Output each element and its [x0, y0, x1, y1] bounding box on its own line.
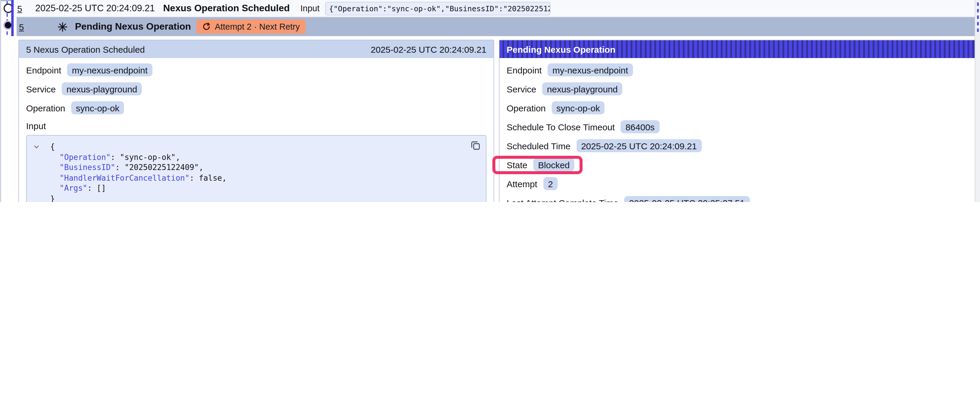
field-content: Last Attempt Complete Time2025-02-25 UTC…	[507, 196, 749, 202]
code-text: "HandlerWaitForCancellation": false,	[41, 173, 227, 183]
code-gutter	[32, 152, 41, 162]
code-line: "Args": []	[32, 183, 466, 193]
code-text: }	[41, 193, 55, 202]
code-line: "BusinessID": "20250225122409",	[32, 162, 466, 173]
field-label: Operation	[507, 103, 546, 113]
scrollbar-dash	[977, 29, 978, 32]
field-value-badge: 2025-02-25 UTC 20:25:27.51	[624, 196, 749, 202]
event-id-link[interactable]: 5	[17, 3, 22, 13]
input-preview-chip[interactable]: {"Operation":"sync-op-ok","BusinessID":"…	[325, 2, 550, 15]
json-code-lines: {"Operation": "sync-op-ok","BusinessID":…	[32, 142, 466, 202]
field-label: Scheduled Time	[507, 141, 570, 151]
field-service: Servicenexus-playground	[26, 79, 487, 98]
pending-operation-detail-panel: Pending Nexus Operation Endpointmy-nexus…	[499, 40, 977, 202]
field-list: Endpointmy-nexus-endpointServicenexus-pl…	[26, 60, 487, 117]
json-key: "Operation"	[60, 152, 111, 162]
field-content: Servicenexus-playground	[26, 82, 142, 95]
field-last-attempt-complete-time: Last Attempt Complete Time2025-02-25 UTC…	[507, 193, 969, 202]
field-schedule-to-close-timeout: Schedule To Close Timeout86400s	[507, 117, 969, 136]
field-content: Scheduled Time2025-02-25 UTC 20:24:09.21	[507, 139, 702, 152]
code-text: "Args": []	[41, 183, 106, 193]
field-endpoint: Endpointmy-nexus-endpoint	[26, 60, 487, 79]
workflow-event-history-view: 5 2025-02-25 UTC 20:24:09.21 Nexus Opera…	[0, 0, 980, 202]
retry-badge-label: Attempt 2 · Next Retry	[215, 22, 300, 32]
pending-panel-body: Endpointmy-nexus-endpointServicenexus-pl…	[500, 58, 976, 202]
field-value-badge: my-nexus-endpoint	[67, 63, 152, 76]
field-content: Endpointmy-nexus-endpoint	[507, 63, 633, 76]
left-border	[0, 0, 1, 202]
field-value-badge: sync-op-ok	[71, 101, 124, 114]
field-value-badge: 2	[543, 177, 558, 190]
field-operation: Operationsync-op-ok	[26, 98, 487, 117]
input-json-viewer: {"Operation": "sync-op-ok","BusinessID":…	[26, 135, 487, 202]
json-key: "Args"	[60, 184, 88, 193]
scrollbar-dash	[977, 22, 978, 25]
field-label: State	[507, 160, 527, 170]
collapse-chevron-icon[interactable]	[32, 142, 41, 152]
field-value-badge: nexus-playground	[542, 82, 623, 95]
event-name: Nexus Operation Scheduled	[163, 3, 290, 14]
pending-panel-header: Pending Nexus Operation	[500, 40, 976, 58]
field-endpoint: Endpointmy-nexus-endpoint	[507, 60, 969, 79]
code-line: {	[32, 142, 466, 152]
scheduled-panel-body: Endpointmy-nexus-endpointServicenexus-pl…	[19, 58, 493, 202]
field-label: Service	[26, 84, 56, 94]
code-line: "HandlerWaitForCancellation": false,	[32, 173, 466, 183]
scheduled-panel-header: 5 Nexus Operation Scheduled 2025-02-25 U…	[19, 40, 493, 58]
code-text: {	[41, 142, 55, 152]
json-key: "HandlerWaitForCancellation"	[60, 173, 189, 182]
code-line: }	[32, 193, 466, 202]
field-label: Schedule To Close Timeout	[507, 122, 615, 132]
field-content: Schedule To Close Timeout86400s	[507, 120, 659, 133]
field-value-badge: 86400s	[621, 120, 659, 133]
scheduled-event-detail-panel: 5 Nexus Operation Scheduled 2025-02-25 U…	[18, 40, 494, 202]
field-value-badge: sync-op-ok	[552, 101, 605, 114]
field-value-badge: nexus-playground	[62, 82, 142, 95]
field-value-badge: my-nexus-endpoint	[547, 63, 633, 76]
event-row-nexus-operation-scheduled[interactable]: 5 2025-02-25 UTC 20:24:09.21 Nexus Opera…	[14, 0, 975, 17]
input-section-label: Input	[26, 117, 487, 134]
pending-asterisk-icon	[58, 22, 68, 32]
code-gutter	[32, 173, 41, 183]
timeline-current-dot-icon	[5, 22, 11, 29]
code-gutter	[32, 193, 41, 202]
scrollbar-dash	[977, 16, 978, 19]
field-content: Operationsync-op-ok	[507, 101, 605, 114]
field-attempt: Attempt2	[507, 174, 969, 193]
field-operation: Operationsync-op-ok	[507, 98, 969, 117]
scrollbar-dash	[977, 9, 978, 13]
field-value-badge: Blocked	[533, 158, 574, 171]
code-text: "Operation": "sync-op-ok",	[41, 152, 180, 162]
scheduled-panel-title: 5 Nexus Operation Scheduled	[26, 44, 145, 54]
timeline-selection-bar	[11, 0, 14, 36]
pending-panel-title: Pending Nexus Operation	[507, 44, 616, 54]
code-line: "Operation": "sync-op-ok",	[32, 152, 466, 162]
input-label: Input	[301, 3, 320, 13]
retry-status-badge: Attempt 2 · Next Retry	[196, 19, 306, 34]
event-timestamp: 2025-02-25 UTC 20:24:09.21	[35, 3, 155, 14]
field-label: Operation	[26, 103, 65, 113]
field-service: Servicenexus-playground	[507, 79, 969, 98]
field-label: Last Attempt Complete Time	[507, 198, 619, 202]
event-row-pending-nexus-operation[interactable]: 5 Pending Nexus Operation Attempt 2 · Ne…	[17, 17, 978, 36]
field-content: Endpointmy-nexus-endpoint	[26, 63, 153, 76]
field-label: Attempt	[507, 179, 537, 189]
pending-event-title: Pending Nexus Operation	[75, 21, 191, 32]
code-gutter	[32, 183, 41, 193]
field-scheduled-time: Scheduled Time2025-02-25 UTC 20:24:09.21	[507, 136, 969, 155]
scrollbar-dash	[977, 2, 978, 6]
field-list: Endpointmy-nexus-endpointServicenexus-pl…	[507, 60, 969, 202]
field-label: Service	[507, 84, 536, 94]
field-content: Operationsync-op-ok	[26, 101, 124, 114]
field-content: Attempt2	[507, 177, 558, 190]
json-key: "BusinessID"	[60, 163, 115, 172]
scheduled-panel-timestamp: 2025-02-25 UTC 20:24:09.21	[371, 44, 487, 54]
field-value-badge: 2025-02-25 UTC 20:24:09.21	[576, 139, 702, 152]
event-id-link[interactable]: 5	[19, 22, 24, 32]
copy-icon[interactable]	[471, 140, 480, 151]
field-state: StateBlocked	[507, 155, 969, 174]
code-gutter	[32, 162, 41, 173]
field-content: StateBlocked	[507, 158, 574, 171]
field-label: Endpoint	[26, 65, 61, 75]
retry-icon	[202, 22, 211, 31]
